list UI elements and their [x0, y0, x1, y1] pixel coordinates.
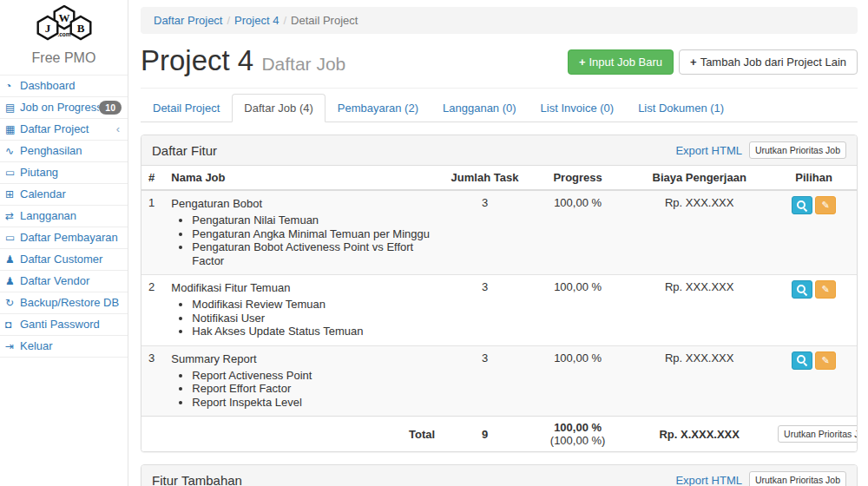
biaya-value: Rp. XXX.XXX: [628, 275, 771, 346]
subtask-item: Modifikasi Review Temuan: [192, 298, 435, 312]
breadcrumb-separator: /: [279, 14, 291, 27]
urutkan-prioritas-job-button[interactable]: Urutkan Prioritas Job: [749, 141, 846, 159]
breadcrumb: Daftar Project/Project 4/Detail Project: [141, 7, 858, 34]
sidebar-item-label: Daftar Customer: [20, 253, 122, 266]
sidebar-item-keluar[interactable]: ⇥Keluar: [0, 336, 128, 358]
sidebar-item-job-on-progress[interactable]: ▤Job on Progress10: [0, 97, 128, 119]
job-row: 1Pengaturan BobotPengaturan Nilai Temuan…: [141, 190, 857, 275]
pilihan-cell: ✎: [771, 190, 857, 275]
panel-tools: Export HTML Urutkan Prioritas Job: [675, 471, 846, 486]
view-job-button[interactable]: [792, 351, 812, 370]
sidebar-item-calendar[interactable]: ⊞Calendar: [0, 184, 128, 206]
sign-out-icon: ⇥: [5, 339, 20, 353]
action-buttons: ✎: [792, 196, 836, 214]
biaya-value: Rp. XXX.XXX: [628, 190, 771, 275]
tab-daftar-job-4[interactable]: Daftar Job (4): [232, 94, 325, 122]
job-name-cell: Summary ReportReport Activeness PointRep…: [164, 345, 442, 417]
tab-list-dokumen-1[interactable]: List Dokumen (1): [626, 94, 736, 122]
svg-text:W: W: [58, 11, 69, 24]
jumlah-task-value: 3: [442, 190, 528, 275]
sidebar-item-langganan[interactable]: ⇄Langganan: [0, 206, 128, 227]
subtask-item: Report Effort Factor: [192, 382, 435, 396]
svg-text:.com: .com: [57, 31, 70, 37]
row-number: 1: [141, 190, 164, 275]
daftar-fitur-table: #Nama JobJumlah TaskProgressBiaya Penger…: [141, 166, 857, 451]
subtask-list: Modifikasi Review TemuanNotifikasi UserH…: [192, 298, 435, 338]
breadcrumb-link-daftar-project[interactable]: Daftar Project: [154, 14, 222, 27]
sidebar-item-penghasilan[interactable]: ∿Penghasilan: [0, 141, 128, 162]
panel-title: Daftar Fitur: [152, 143, 675, 158]
search-icon: [797, 200, 807, 211]
input-job-baru-button[interactable]: + Input Job Baru: [568, 49, 674, 75]
urutkan-prioritas-job-button[interactable]: Urutkan Prioritas Job: [749, 471, 846, 486]
panel-daftar-fitur: Daftar Fitur Export HTML Urutkan Priorit…: [141, 135, 858, 452]
sidebar-item-daftar-customer[interactable]: ♟Daftar Customer: [0, 249, 128, 271]
action-buttons: ✎: [792, 351, 836, 370]
row-number: 3: [141, 345, 164, 417]
search-icon: [797, 355, 807, 365]
subtask-item: Pengaturan Angka Minimal Temuan per Ming…: [192, 227, 435, 241]
export-html-link[interactable]: Export HTML: [675, 144, 742, 157]
sidebar-item-piutang[interactable]: ▭Piutang: [0, 162, 128, 184]
job-name: Pengaturan Bobot: [171, 196, 435, 211]
column-header: #: [141, 166, 164, 190]
app: W J B .com Free PMO ◔Dashboard▤Job on Pr…: [0, 0, 868, 486]
subtask-item: Notifikasi User: [192, 312, 435, 325]
list-icon: ▤: [5, 101, 20, 115]
jwb-logo-image: W J B .com: [23, 5, 106, 45]
tab-detail-project[interactable]: Detail Project: [141, 94, 232, 122]
tab-list-invoice-0[interactable]: List Invoice (0): [529, 94, 627, 122]
sidebar: W J B .com Free PMO ◔Dashboard▤Job on Pr…: [0, 0, 128, 486]
progress-value: 100,00 %: [528, 275, 628, 346]
page-header: Project 4 Daftar Job + Input Job Baru + …: [141, 39, 858, 89]
sidebar-item-daftar-vendor[interactable]: ♟Daftar Vendor: [0, 271, 128, 292]
table-icon: ▦: [5, 122, 20, 136]
job-row: 3Summary ReportReport Activeness PointRe…: [141, 345, 857, 417]
total-cost: Rp. X.XXX.XXX: [628, 417, 771, 452]
sidebar-item-label: Penghasilan: [20, 144, 122, 158]
sidebar-item-daftar-pembayaran[interactable]: ▭Daftar Pembayaran: [0, 227, 128, 249]
edit-job-button[interactable]: ✎: [815, 196, 836, 214]
sidebar-item-label: Keluar: [20, 339, 122, 353]
subtask-item: Report Inspekta Level: [192, 396, 435, 410]
chevron-left-icon: ‹: [116, 122, 122, 136]
money-icon: ▭: [5, 231, 20, 245]
edit-job-button[interactable]: ✎: [815, 280, 836, 299]
svg-text:B: B: [76, 22, 84, 35]
dashboard-icon: ◔: [5, 79, 20, 93]
subtask-list: Pengaturan Nilai TemuanPengaturan Angka …: [192, 213, 435, 267]
table-header: #Nama JobJumlah TaskProgressBiaya Penger…: [141, 166, 857, 190]
tambah-job-label: Tambah Job dari Project Lain: [700, 56, 846, 69]
total-progress-paren: (100,00 %): [550, 434, 606, 447]
page-subtitle: Daftar Job: [261, 54, 345, 74]
count-badge: 10: [99, 101, 122, 115]
edit-job-button[interactable]: ✎: [815, 351, 836, 370]
plus-icon: +: [579, 56, 586, 69]
tab-pembayaran-2[interactable]: Pembayaran (2): [326, 94, 431, 122]
breadcrumb-link-project-4[interactable]: Project 4: [234, 14, 279, 27]
svg-text:J: J: [44, 22, 50, 35]
tambah-job-dari-project-lain-button[interactable]: + Tambah Job dari Project Lain: [679, 49, 858, 75]
panel-title: Fitur Tambahan: [152, 473, 675, 486]
row-number: 2: [141, 275, 164, 346]
jumlah-task-value: 3: [442, 345, 528, 417]
sidebar-item-label: Ganti Password: [20, 318, 122, 332]
tab-langganan-0[interactable]: Langganan (0): [431, 94, 529, 122]
urutkan-prioritas-job-button[interactable]: Urutkan Prioritas Job: [778, 425, 858, 443]
sidebar-item-daftar-project[interactable]: ▦Daftar Project‹: [0, 119, 128, 141]
total-progress: 100,00 % (100,00 %): [528, 417, 628, 452]
sidebar-item-ganti-password[interactable]: ◘Ganti Password: [0, 314, 128, 336]
pilihan-cell: ✎: [771, 275, 857, 346]
retweet-icon: ⇄: [5, 209, 20, 223]
lock-icon: ◘: [5, 318, 20, 332]
sidebar-item-dashboard[interactable]: ◔Dashboard: [0, 76, 128, 97]
job-name: Summary Report: [171, 351, 435, 366]
view-job-button[interactable]: [792, 196, 812, 214]
view-job-button[interactable]: [792, 280, 812, 299]
sidebar-item-backup-restore-db[interactable]: ↻Backup/Restore DB: [0, 292, 128, 314]
sidebar-item-label: Daftar Project: [20, 122, 116, 136]
column-header: Progress: [528, 166, 628, 190]
total-tasks: 9: [442, 417, 528, 452]
total-progress-value: 100,00 %: [554, 421, 602, 434]
export-html-link[interactable]: Export HTML: [675, 474, 742, 486]
